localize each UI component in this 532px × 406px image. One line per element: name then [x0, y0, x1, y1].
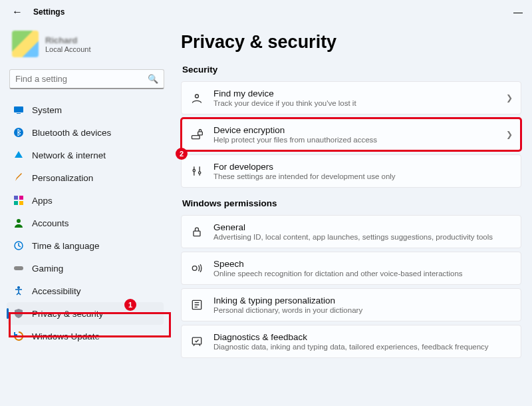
search-icon: 🔍 [148, 74, 158, 84]
card-speech[interactable]: Speech Online speech recognition for dic… [181, 252, 521, 285]
profile-block[interactable]: Richard Local Account [7, 24, 164, 67]
sidebar-item-gaming[interactable]: Gaming [7, 257, 164, 280]
card-diagnostics[interactable]: Diagnostics & feedback Diagnostic data, … [181, 325, 521, 358]
svg-point-15 [199, 172, 201, 174]
minimize-icon[interactable]: — [513, 7, 523, 17]
sidebar-item-accounts[interactable]: Accounts [7, 212, 164, 234]
card-title: Device encryption [213, 125, 497, 135]
user-name: Richard [45, 35, 91, 45]
developers-icon [190, 164, 204, 178]
main-content: Privacy & security Security Find my devi… [170, 24, 532, 406]
feedback-icon [190, 335, 204, 348]
card-sub: Advertising ID, local content, app launc… [213, 233, 513, 241]
card-sub: Diagnostic data, inking and typing data,… [213, 343, 513, 351]
sidebar-item-label: Personalization [32, 173, 93, 183]
sidebar: Richard Local Account 🔍 System Bluetooth… [0, 24, 170, 406]
svg-rect-13 [198, 132, 203, 135]
svg-rect-1 [17, 113, 21, 114]
section-header-security: Security [182, 65, 521, 75]
svg-point-11 [196, 95, 199, 98]
display-icon [13, 104, 24, 115]
sidebar-item-personalization[interactable]: Personalization [7, 166, 164, 189]
sidebar-nav: System Bluetooth & devices Network & int… [7, 99, 164, 347]
inking-icon [190, 298, 204, 311]
lock-drive-icon [190, 128, 204, 141]
page-title: Privacy & security [181, 32, 521, 53]
svg-rect-16 [194, 231, 200, 236]
svg-point-7 [17, 219, 21, 223]
card-inking[interactable]: Inking & typing personalization Personal… [181, 288, 521, 321]
update-icon [13, 331, 24, 341]
sidebar-item-label: System [32, 105, 62, 115]
person-icon [13, 218, 24, 228]
card-sub: Online speech recognition for dictation … [213, 270, 513, 278]
card-sub: Track your device if you think you've lo… [213, 99, 497, 107]
card-title: Find my device [213, 89, 497, 99]
card-title: Diagnostics & feedback [213, 332, 513, 342]
titlebar: ← Settings [0, 0, 532, 24]
shield-icon [13, 308, 24, 319]
chevron-right-icon: ❯ [506, 130, 513, 139]
section-header-permissions: Windows permissions [182, 198, 521, 208]
svg-rect-9 [14, 266, 23, 270]
card-title: General [213, 222, 513, 232]
card-sub: These settings are intended for developm… [213, 172, 513, 180]
lock-icon [190, 225, 204, 238]
sidebar-item-label: Privacy & security [32, 309, 103, 319]
sidebar-item-accessibility[interactable]: Accessibility [7, 280, 164, 302]
back-arrow-icon[interactable]: ← [12, 6, 23, 18]
annotation-badge-2: 2 [176, 148, 188, 160]
card-sub: Help protect your files from unauthorize… [213, 136, 497, 144]
card-title: Speech [213, 259, 513, 269]
sidebar-item-privacy[interactable]: Privacy & security [7, 302, 164, 325]
svg-rect-6 [19, 201, 23, 205]
svg-point-17 [192, 266, 197, 271]
sidebar-item-label: Windows Update [32, 331, 100, 341]
svg-rect-4 [19, 196, 23, 200]
svg-rect-5 [14, 201, 18, 205]
sidebar-item-label: Time & language [32, 241, 100, 251]
sidebar-item-apps[interactable]: Apps [7, 189, 164, 212]
sidebar-item-label: Bluetooth & devices [32, 128, 111, 138]
search-input[interactable] [15, 74, 142, 84]
bluetooth-icon [13, 127, 24, 138]
card-title: Inking & typing personalization [213, 296, 513, 305]
gamepad-icon [13, 263, 24, 274]
sidebar-item-time[interactable]: Time & language [7, 234, 164, 257]
chevron-right-icon: ❯ [506, 93, 513, 102]
sidebar-item-network[interactable]: Network & internet [7, 144, 164, 166]
card-find-my-device[interactable]: Find my device Track your device if you … [181, 81, 521, 114]
accessibility-icon [13, 286, 24, 296]
speech-icon [190, 262, 204, 275]
sidebar-item-label: Accounts [32, 218, 69, 228]
avatar [12, 31, 39, 57]
sidebar-item-label: Gaming [32, 264, 63, 274]
sidebar-item-update[interactable]: Windows Update [7, 325, 164, 347]
card-sub: Personal dictionary, words in your dicti… [213, 306, 513, 314]
find-device-icon [190, 91, 204, 104]
svg-point-10 [17, 286, 20, 289]
svg-rect-12 [192, 136, 200, 139]
card-title: For developers [213, 162, 513, 172]
sidebar-item-system[interactable]: System [7, 99, 164, 121]
svg-rect-0 [14, 106, 23, 112]
sidebar-item-bluetooth[interactable]: Bluetooth & devices [7, 121, 164, 144]
window-title: Settings [33, 7, 65, 17]
sidebar-item-label: Network & internet [32, 150, 106, 160]
globe-clock-icon [13, 240, 24, 251]
brush-icon [13, 172, 24, 183]
user-type: Local Account [45, 45, 91, 53]
apps-icon [13, 195, 24, 206]
search-box[interactable]: 🔍 [9, 69, 164, 89]
wifi-icon [13, 150, 24, 160]
card-device-encryption[interactable]: Device encryption Help protect your file… [181, 118, 521, 151]
card-general[interactable]: General Advertising ID, local content, a… [181, 215, 521, 248]
sidebar-item-label: Accessibility [32, 286, 81, 296]
svg-point-14 [193, 170, 195, 172]
svg-rect-3 [14, 196, 18, 200]
sidebar-item-label: Apps [32, 196, 53, 206]
annotation-badge-1: 1 [124, 299, 136, 311]
card-for-developers[interactable]: For developers These settings are intend… [181, 154, 521, 188]
